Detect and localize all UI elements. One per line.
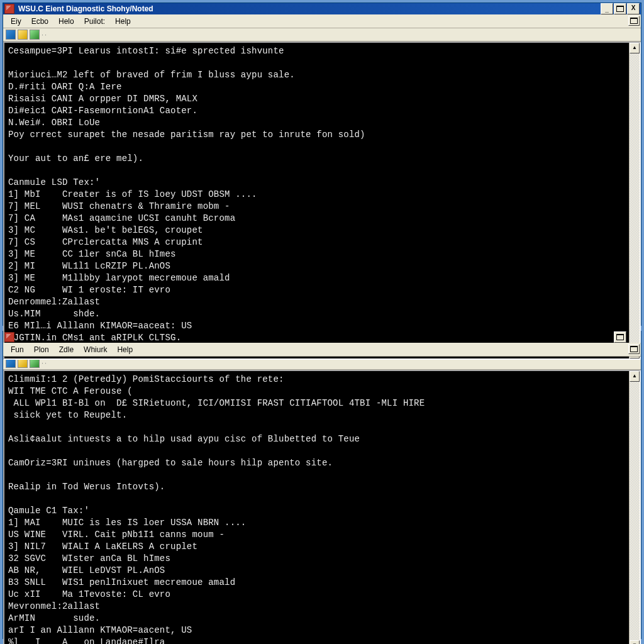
diagnostic-window-1: WSU.C Eient Diagnostic Shohy/Noted Eiy E… [3, 3, 641, 326]
menu-item[interactable]: Puilot: [79, 16, 110, 27]
menu-item[interactable]: Help [112, 344, 138, 355]
menu-item[interactable]: Ecbo [26, 16, 53, 27]
toolbar-separator: ·· [42, 31, 48, 38]
tool-icon[interactable] [30, 30, 40, 40]
console-output[interactable]: ClimmiI:1 2 (Petredly) PomiStacciourts o… [4, 371, 629, 644]
menu-item[interactable]: Whiurk [79, 344, 112, 355]
tool-icon[interactable] [6, 30, 16, 40]
menubar: Fun Plon Zdle Whiurk Help [3, 343, 641, 357]
restore-icon[interactable] [628, 16, 640, 26]
console-area: ClimmiI:1 2 (Petredly) PomiStacciourts o… [3, 370, 641, 644]
vertical-scrollbar[interactable] [629, 43, 640, 358]
toolbar-separator: ·· [42, 359, 48, 367]
menu-item[interactable]: Plon [29, 344, 54, 355]
minimize-button[interactable] [601, 3, 613, 14]
menu-item[interactable]: Helo [53, 16, 79, 27]
scroll-track[interactable] [630, 53, 640, 348]
scroll-up-button[interactable] [630, 371, 640, 382]
menu-item[interactable]: Zdle [54, 344, 79, 355]
toolbar: ·· [3, 28, 641, 42]
menu-item[interactable]: Eiy [6, 16, 26, 27]
app-icon [4, 332, 14, 342]
scroll-up-button[interactable] [630, 43, 640, 53]
window-controls [600, 3, 640, 14]
scroll-down-button[interactable] [630, 640, 640, 644]
console-area: Cesampue=3PI Learus intostI: si#e sprect… [3, 42, 641, 360]
app-icon [4, 4, 14, 14]
console-output[interactable]: Cesampue=3PI Learus intostI: si#e sprect… [4, 43, 629, 358]
diagnostic-window-2: VNSI-Ellent Diagrostic Coldena Fun Plon … [3, 331, 641, 639]
maximize-button[interactable] [614, 331, 626, 343]
vertical-scrollbar[interactable] [629, 371, 640, 644]
tool-icon[interactable] [18, 30, 28, 40]
menu-item[interactable]: Help [110, 16, 136, 27]
menu-item[interactable]: Fun [6, 344, 29, 355]
menubar: Eiy Ecbo Helo Puilot: Help [3, 14, 641, 28]
window-title: WSU.C Eient Diagnostic Shohy/Noted [17, 4, 600, 13]
close-button[interactable] [627, 3, 640, 14]
titlebar[interactable]: WSU.C Eient Diagnostic Shohy/Noted [3, 3, 641, 14]
scroll-track[interactable] [630, 382, 640, 640]
restore-icon[interactable] [628, 344, 640, 354]
maximize-button[interactable] [614, 3, 626, 14]
